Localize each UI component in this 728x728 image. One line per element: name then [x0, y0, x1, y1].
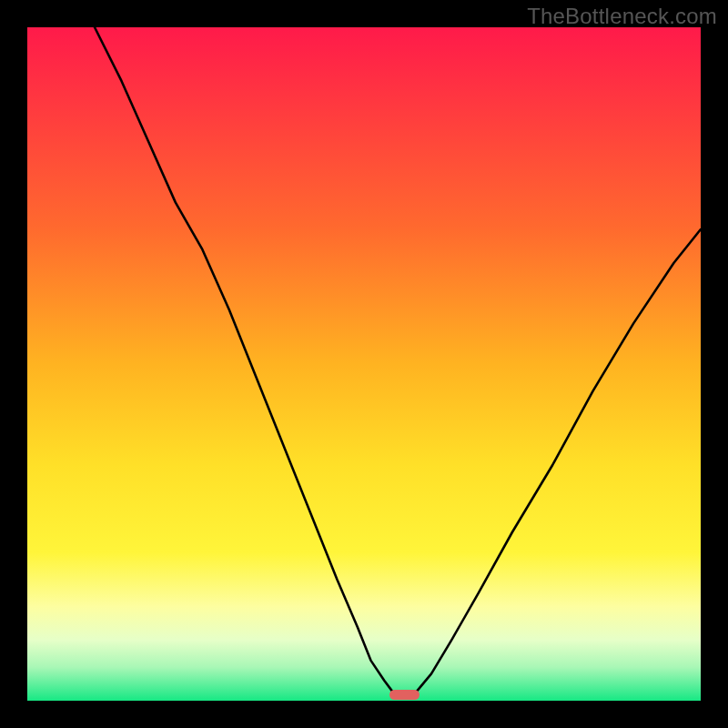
chart-frame: TheBottleneck.com	[0, 0, 728, 728]
curve	[27, 27, 701, 701]
optimal-marker	[389, 690, 420, 699]
curve-right-branch	[415, 229, 702, 694]
watermark-text: TheBottleneck.com	[527, 4, 717, 29]
plot-area	[27, 27, 701, 701]
curve-left-branch	[95, 27, 394, 694]
